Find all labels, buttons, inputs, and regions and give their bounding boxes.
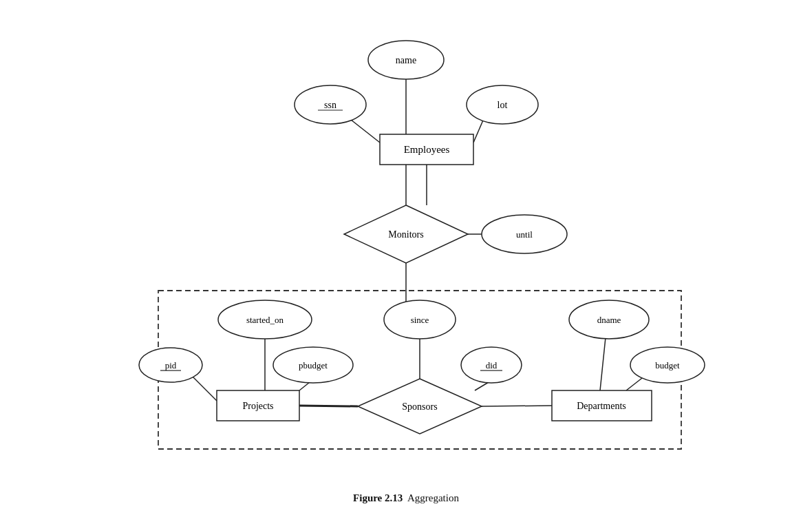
until-label: until: [516, 229, 533, 240]
did-label: did: [486, 360, 498, 370]
figure-number: Figure 2.13: [353, 492, 403, 503]
figure-caption: Figure 2.13 Aggregation: [353, 492, 459, 504]
svg-line-15: [482, 406, 552, 406]
svg-line-14: [299, 406, 358, 406]
dname-label: dname: [597, 315, 621, 325]
departments-label: Departments: [577, 401, 626, 411]
since-label: since: [411, 315, 429, 325]
employees-label: Employees: [404, 144, 450, 155]
pbudget-label: pbudget: [299, 360, 328, 370]
name-label: name: [396, 55, 416, 65]
ssn-label: ssn: [324, 100, 336, 110]
svg-line-11: [299, 382, 310, 390]
started-on-label: started_on: [246, 315, 284, 325]
pid-label: pid: [165, 360, 177, 370]
monitors-label: Monitors: [388, 229, 423, 240]
budget-label: budget: [655, 360, 680, 370]
figure-description: Aggregation: [407, 492, 459, 503]
lot-label: lot: [498, 100, 508, 110]
sponsors-label: Sponsors: [402, 401, 437, 412]
projects-label: Projects: [242, 401, 273, 411]
svg-line-13: [475, 382, 489, 390]
er-diagram: name ssn lot Employees Monitors until st…: [62, 19, 750, 487]
svg-line-16: [600, 337, 606, 390]
svg-line-1: [348, 117, 380, 143]
